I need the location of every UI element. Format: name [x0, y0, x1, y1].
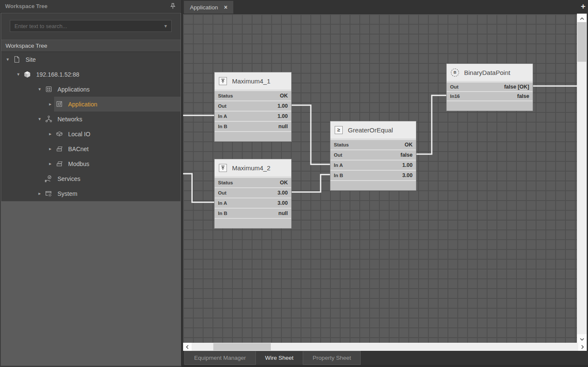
slot-label: In B: [334, 173, 343, 178]
vertical-scrollbar[interactable]: [577, 14, 587, 343]
block-slot-in-a[interactable]: In A3.00: [215, 198, 291, 208]
local-io-icon: [55, 130, 63, 138]
slot-value: 3.00: [278, 190, 288, 196]
expand-arrow-icon[interactable]: ▸: [46, 101, 54, 107]
block-header[interactable]: ≥GreaterOrEqual: [330, 121, 416, 139]
tree-item-body[interactable]: Networks: [43, 112, 181, 126]
view-tabbar: Equipment ManagerWire SheetProperty Shee…: [182, 351, 588, 367]
vertical-scrollbar-thumb[interactable]: [577, 22, 586, 62]
view-tab-equipment-manager[interactable]: Equipment Manager: [184, 351, 256, 365]
application-window: Workspace Tree Enter text to search... ▾…: [0, 0, 588, 367]
slot-value: null: [278, 123, 288, 129]
tree-item-application[interactable]: ▸Application: [1, 97, 181, 112]
view-tab-property-sheet[interactable]: Property Sheet: [303, 351, 361, 365]
block-maximum4_1[interactable]: Maximum4_1StatusOKOut1.00In A1.00In Bnul…: [214, 72, 292, 142]
tree-item-body[interactable]: BACnet: [54, 141, 181, 156]
expand-arrow-icon[interactable]: ▸: [46, 161, 54, 166]
slot-label: In B: [218, 211, 227, 216]
pin-icon[interactable]: [169, 3, 176, 10]
tree-item-192-168-1-52-88[interactable]: ▾192.168.1.52:88: [1, 67, 181, 82]
expand-arrow-icon[interactable]: ▸: [46, 131, 54, 137]
block-slot-in-b[interactable]: In B3.00: [330, 170, 416, 180]
document-tabbar: Application × +: [182, 0, 588, 14]
tree-item-body[interactable]: Site: [11, 52, 181, 67]
block-slot-in16[interactable]: In16false: [447, 91, 533, 100]
block-maximum4_2[interactable]: Maximum4_2StatusOKOut3.00In A3.00In Bnul…: [214, 159, 292, 229]
slot-value: 1.00: [278, 113, 288, 119]
slot-label: Status: [334, 142, 349, 147]
block-footer: [215, 218, 291, 228]
expand-arrow-icon[interactable]: ▸: [46, 146, 54, 152]
collapse-arrow-icon[interactable]: ▾: [36, 116, 43, 122]
block-slot-in-a[interactable]: In A1.00: [330, 160, 416, 170]
block-slot-out[interactable]: Out1.00: [215, 100, 291, 111]
wire-sheet-canvas[interactable]: Maximum4_1StatusOKOut1.00In A1.00In Bnul…: [183, 14, 577, 343]
scroll-up-button[interactable]: [577, 14, 587, 22]
block-slot-status[interactable]: StatusOK: [330, 139, 416, 149]
scroll-right-button[interactable]: [578, 343, 587, 351]
tree-item-bacnet[interactable]: ▸BACnet: [1, 141, 181, 156]
chevron-left-icon: [186, 343, 189, 351]
tab-application[interactable]: Application ×: [184, 1, 233, 14]
sidebar-panel: Enter text to search... ▾ Workspace Tree…: [1, 13, 181, 366]
search-input[interactable]: Enter text to search... ▾: [10, 20, 172, 32]
tree-item-system[interactable]: ▸System: [1, 186, 181, 201]
scroll-left-button[interactable]: [183, 343, 192, 351]
tree-item-body[interactable]: Application: [54, 97, 181, 112]
wire-input-to-maximum4_2-inA[interactable]: [183, 174, 214, 202]
block-header[interactable]: Maximum4_1: [215, 72, 291, 90]
block-slot-out[interactable]: Outfalse [OK]: [447, 82, 533, 91]
close-icon[interactable]: ×: [224, 4, 227, 10]
scroll-down-button[interactable]: [577, 334, 587, 343]
block-slot-status[interactable]: StatusOK: [215, 177, 291, 187]
protocol-stack-icon: [55, 145, 63, 152]
tree-item-body[interactable]: Modbus: [54, 156, 181, 171]
tree-item-body[interactable]: 192.168.1.52:88: [22, 67, 181, 82]
slot-value: 3.00: [278, 200, 288, 206]
tree-item-applications[interactable]: ▾Applications: [1, 82, 181, 97]
block-slot-status[interactable]: StatusOK: [215, 90, 291, 100]
block-slot-out[interactable]: Outfalse: [330, 149, 416, 160]
greater-or-equal-icon: ≥: [335, 126, 343, 134]
maximum-icon: [219, 164, 227, 172]
tree-item-services[interactable]: Services: [1, 171, 181, 186]
collapse-arrow-icon[interactable]: ▾: [14, 72, 22, 77]
tree-item-body[interactable]: Local IO: [54, 126, 181, 141]
horizontal-scrollbar[interactable]: [183, 343, 587, 351]
wire-maximum4_2-out-to-goe-inB[interactable]: [292, 175, 330, 192]
slot-label: Status: [218, 180, 233, 185]
chevron-down-icon[interactable]: ▾: [164, 23, 167, 29]
block-slot-in-b[interactable]: In Bnull: [215, 121, 291, 131]
block-title: Maximum4_2: [232, 164, 270, 172]
block-footer: [447, 100, 533, 111]
block-binarydatapoint[interactable]: BBinaryDataPointOutfalse [OK]In16false: [446, 63, 533, 111]
view-tab-wire-sheet[interactable]: Wire Sheet: [256, 351, 304, 365]
block-greaterorequal[interactable]: ≥GreaterOrEqualStatusOKOutfalseIn A1.00I…: [330, 121, 416, 191]
block-slot-in-a[interactable]: In A1.00: [215, 111, 291, 121]
slot-label: In A: [218, 114, 227, 119]
block-header[interactable]: Maximum4_2: [215, 159, 291, 177]
tree-item-body[interactable]: System: [43, 186, 181, 201]
slot-value: false: [401, 152, 413, 158]
tree-item-body[interactable]: Services: [43, 171, 181, 186]
wire-maximum4_1-out-to-goe-inA[interactable]: [292, 105, 330, 164]
block-slot-in-b[interactable]: In Bnull: [215, 208, 291, 218]
horizontal-scrollbar-thumb[interactable]: [213, 343, 271, 350]
tree-item-modbus[interactable]: ▸Modbus: [1, 156, 181, 171]
slot-label: In A: [218, 201, 227, 206]
wire-goe-out-to-binarydatapoint-in16[interactable]: [416, 95, 446, 154]
tree-item-site[interactable]: ▾Site: [1, 52, 181, 67]
tree-item-networks[interactable]: ▾Networks: [1, 112, 181, 126]
block-header[interactable]: BBinaryDataPoint: [447, 64, 533, 82]
tree-item-local-io[interactable]: ▸Local IO: [1, 126, 181, 141]
block-slot-out[interactable]: Out3.00: [215, 187, 291, 198]
expand-arrow-icon[interactable]: ▸: [36, 191, 43, 196]
collapse-arrow-icon[interactable]: ▾: [36, 86, 43, 92]
add-tab-button[interactable]: +: [581, 2, 585, 11]
system-icon: [44, 190, 53, 197]
tree-item-body[interactable]: Applications: [43, 82, 181, 97]
slot-value: 1.00: [278, 103, 288, 109]
slot-label: In16: [450, 94, 460, 99]
collapse-arrow-icon[interactable]: ▾: [4, 57, 11, 62]
tree-column-header-label: Workspace Tree: [6, 43, 47, 49]
